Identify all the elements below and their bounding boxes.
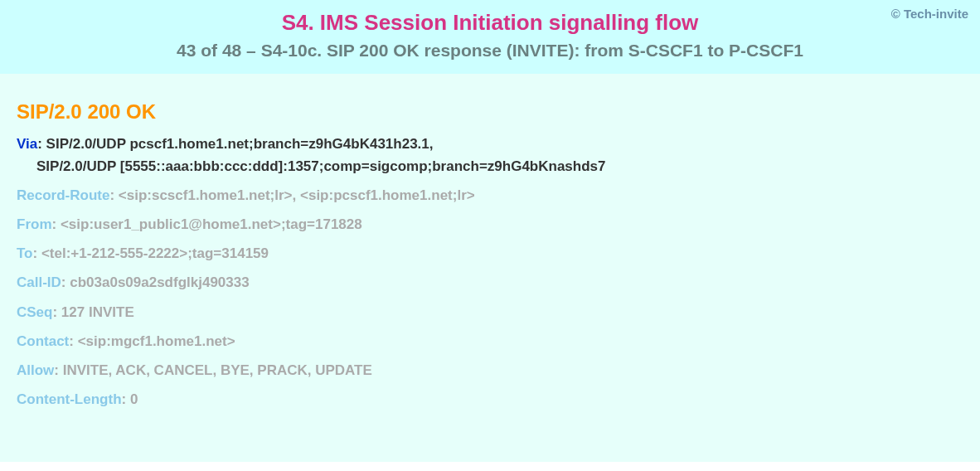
sip-header-value: INVITE, ACK, CANCEL, BYE, PRACK, UPDATE [63,362,372,378]
sip-header-line: Via: SIP/2.0/UDP pcscf1.home1.net;branch… [17,135,963,153]
sip-header-name: Record-Route [17,187,109,203]
sip-header-name: Content-Length [17,391,122,407]
sip-header-line: CSeq: 127 INVITE [17,303,963,322]
sip-header-line: Contact: <sip:mgcf1.home1.net> [17,333,963,351]
sip-header-value: <tel:+1-212-555-2222>;tag=314159 [41,245,269,261]
sip-header-value: <sip:user1_public1@home1.net>;tag=171828 [61,216,362,232]
sip-header-separator: : [109,187,118,203]
sip-header-value: 127 INVITE [61,304,134,320]
sip-status-line: SIP/2.0 200 OK [17,100,963,124]
copyright-text: © Tech-invite [891,7,968,21]
sip-header-name: Via [17,136,37,152]
sip-header-separator: : [122,391,130,407]
sip-header-separator: : [33,245,41,261]
sip-header-value: <sip:scscf1.home1.net;lr>, <sip:pcscf1.h… [119,187,475,203]
sip-header-line: From: <sip:user1_public1@home1.net>;tag=… [17,216,963,234]
sip-header-name: Call-ID [17,274,61,290]
sip-headers-container: Via: SIP/2.0/UDP pcscf1.home1.net;branch… [17,135,963,409]
sip-header-value: 0 [130,391,138,407]
sip-header-value: <sip:mgcf1.home1.net> [78,333,235,349]
sip-header-line: Record-Route: <sip:scscf1.home1.net;lr>,… [17,187,963,205]
page-title: S4. IMS Session Initiation signalling fl… [17,10,963,36]
sip-header-separator: : [52,304,61,320]
sip-header-line: Allow: INVITE, ACK, CANCEL, BYE, PRACK, … [17,362,963,380]
sip-header-line: To: <tel:+1-212-555-2222>;tag=314159 [17,245,963,263]
sip-header-line: Call-ID: cb03a0s09a2sdfglkj490333 [17,274,963,292]
sip-header-separator: : [61,274,70,290]
sip-header-name: From [17,216,52,232]
sip-header-value: SIP/2.0/UDP pcscf1.home1.net;branch=z9hG… [46,136,434,152]
sip-header-separator: : [69,333,77,349]
sip-message-content: SIP/2.0 200 OK Via: SIP/2.0/UDP pcscf1.h… [0,74,980,462]
sip-header-separator: : [37,136,46,152]
sip-header-name: CSeq [17,304,52,320]
sip-header-continuation: SIP/2.0/UDP [5555::aaa:bbb:ccc:ddd]:1357… [17,158,963,176]
document-header: © Tech-invite S4. IMS Session Initiation… [0,0,980,74]
sip-header-continuation-value: SIP/2.0/UDP [5555::aaa:bbb:ccc:ddd]:1357… [36,158,606,174]
page-subtitle: 43 of 48 – S4-10c. SIP 200 OK response (… [17,41,963,61]
sip-header-separator: : [52,216,61,232]
sip-header-name: Contact [17,333,69,349]
sip-header-name: To [17,245,33,261]
sip-header-value: cb03a0s09a2sdfglkj490333 [70,274,249,290]
sip-header-name: Allow [17,362,54,378]
sip-header-line: Content-Length: 0 [17,391,963,409]
sip-header-separator: : [54,362,62,378]
